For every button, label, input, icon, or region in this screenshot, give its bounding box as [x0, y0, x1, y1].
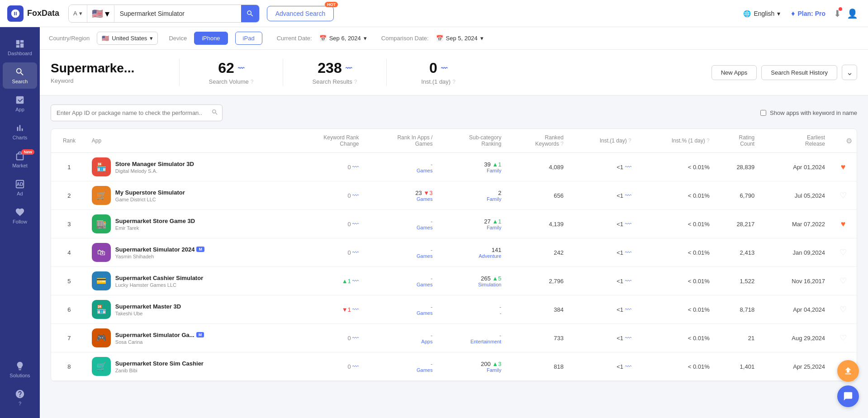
- download-button[interactable]: ⬇: [831, 5, 844, 22]
- advanced-search-button[interactable]: HOT Advanced Search: [267, 6, 334, 21]
- trend-icon[interactable]: 〰: [352, 163, 359, 171]
- table-row: 4 🛍 Supermarket Simulator 2024 M Yasmin …: [51, 238, 857, 267]
- app-search-button[interactable]: [208, 105, 222, 121]
- cell-rank-in-apps: -Apps: [363, 324, 437, 352]
- sidebar-item-follow[interactable]: Follow: [3, 203, 37, 229]
- table-header-row: Rank App Keyword RankChange Rank In Apps…: [51, 129, 857, 153]
- country-flag-button[interactable]: 🇺🇸 ▾: [87, 5, 114, 22]
- favorite-button[interactable]: ♡: [840, 276, 847, 286]
- chat-button[interactable]: [837, 385, 859, 407]
- divider-1: [179, 59, 180, 86]
- inst-day-col-info[interactable]: ?: [628, 138, 631, 144]
- search-volume-trend[interactable]: 〰: [238, 65, 244, 72]
- expand-button[interactable]: ⌄: [842, 65, 857, 80]
- table-row: 5 💳 Supermarket Cashier Simulator Lucky …: [51, 267, 857, 295]
- app-dev: Zanib Bibi: [115, 368, 204, 373]
- app-icon: 🏪: [92, 157, 111, 176]
- cell-inst-day: <1 〰: [568, 238, 636, 267]
- favorite-button[interactable]: ♡: [840, 190, 847, 200]
- inst-trend[interactable]: 〰: [625, 334, 631, 342]
- inst-trend[interactable]: 〰: [625, 363, 631, 370]
- search-bar: A ▾ 🇺🇸 ▾: [68, 5, 260, 23]
- show-keyword-label: Show apps with keyword in name: [770, 109, 857, 116]
- search-type-chevron: ▾: [79, 10, 82, 17]
- cell-favorite[interactable]: ♡: [830, 238, 857, 267]
- comparison-date-label: Comparison Date:: [381, 35, 429, 42]
- current-date-select[interactable]: 📅 Sep 6, 2024 ▾: [319, 35, 367, 42]
- sidebar-item-charts[interactable]: Charts: [3, 119, 37, 145]
- search-results-block: 238 〰 Search Results ?: [294, 60, 375, 85]
- sidebar-item-market[interactable]: Market New: [3, 147, 37, 173]
- sidebar-label-solutions: Solutions: [9, 373, 30, 378]
- ranked-keywords-info[interactable]: ?: [560, 141, 564, 147]
- new-apps-button[interactable]: New Apps: [711, 65, 757, 80]
- trend-icon[interactable]: 〰: [352, 249, 359, 256]
- inst-pct-info[interactable]: ?: [707, 138, 710, 144]
- show-keyword-checkbox-row[interactable]: Show apps with keyword in name: [760, 109, 857, 116]
- table-row: 1 🏪 Store Manager Simulator 3D Digital M…: [51, 153, 857, 181]
- cell-rank-in-apps: -Games: [363, 295, 437, 324]
- inst-trend[interactable]: 〰: [625, 220, 631, 228]
- favorite-button[interactable]: ♡: [840, 304, 847, 314]
- sidebar-item-search[interactable]: Search: [3, 62, 37, 89]
- sidebar-item-app[interactable]: App: [3, 90, 37, 117]
- favorite-button[interactable]: ♥: [841, 162, 846, 172]
- sidebar-item-ad[interactable]: AD Ad: [3, 175, 37, 201]
- chat-fab[interactable]: [837, 385, 859, 407]
- search-go-button[interactable]: [241, 5, 259, 22]
- cell-favorite[interactable]: ♥: [830, 153, 857, 181]
- inst-trend[interactable]: 〰: [625, 277, 631, 285]
- advanced-search-label: Advanced Search: [275, 10, 326, 17]
- trend-icon[interactable]: 〰: [352, 192, 359, 199]
- favorite-button[interactable]: ♥: [841, 219, 846, 229]
- cell-favorite[interactable]: ♥: [830, 210, 857, 238]
- favorite-button[interactable]: ♡: [840, 247, 847, 257]
- plan-button[interactable]: ♦ Plan: Pro: [786, 7, 831, 20]
- inst-trend[interactable]: 〰: [625, 249, 631, 256]
- trend-icon[interactable]: 〰: [352, 363, 359, 370]
- cell-favorite[interactable]: ♡: [830, 181, 857, 210]
- cell-favorite[interactable]: ♡: [830, 324, 857, 352]
- inst-trend[interactable]: 〰: [625, 306, 631, 313]
- favorite-button[interactable]: ♡: [840, 333, 847, 343]
- app-search-input[interactable]: [51, 106, 208, 120]
- app-icon: 🛍: [92, 243, 111, 262]
- app-name: Supermarket Store Game 3D: [115, 218, 195, 224]
- comparison-date-select[interactable]: 📅 Sep 5, 2024 ▾: [436, 35, 484, 42]
- language-button[interactable]: 🌐 English ▾: [738, 7, 786, 20]
- upload-button[interactable]: [837, 360, 859, 382]
- trend-icon[interactable]: 〰: [352, 277, 359, 285]
- search-volume-info[interactable]: ?: [251, 79, 254, 85]
- country-select[interactable]: 🇺🇸 United States ▾: [97, 32, 158, 45]
- trend-icon[interactable]: 〰: [352, 334, 359, 342]
- inst-trend[interactable]: 〰: [625, 192, 631, 199]
- current-date-chevron: ▾: [364, 35, 367, 42]
- inst-day-trend[interactable]: 〰: [441, 65, 447, 72]
- cell-favorite[interactable]: ♡: [830, 295, 857, 324]
- trend-icon[interactable]: 〰: [352, 306, 359, 313]
- cell-favorite[interactable]: ♡: [830, 267, 857, 295]
- sidebar-item-dashboard[interactable]: Dashboard: [3, 34, 37, 61]
- app-dev: Game District LLC: [115, 197, 185, 202]
- search-results-label: Search Results ?: [313, 78, 357, 85]
- show-keyword-checkbox[interactable]: [760, 110, 766, 116]
- inst-trend[interactable]: 〰: [625, 163, 631, 171]
- search-results-trend[interactable]: 〰: [346, 65, 352, 72]
- cell-rank-change: 0 〰: [289, 210, 363, 238]
- iphone-button[interactable]: iPhone: [194, 32, 228, 45]
- col-settings[interactable]: ⚙: [830, 129, 857, 153]
- upload-fab[interactable]: [837, 360, 859, 382]
- sidebar-item-help[interactable]: ?: [3, 385, 37, 411]
- trend-icon[interactable]: 〰: [352, 220, 359, 228]
- user-avatar-button[interactable]: 👤: [844, 5, 861, 22]
- search-type-button[interactable]: A ▾: [69, 5, 87, 22]
- main-search-input[interactable]: [114, 5, 241, 22]
- device-label: Device: [169, 35, 187, 42]
- search-results-info[interactable]: ?: [354, 79, 357, 85]
- cell-rank: 7: [51, 324, 87, 352]
- sidebar-item-solutions[interactable]: Solutions: [3, 356, 37, 383]
- ipad-button[interactable]: iPad: [235, 32, 262, 45]
- inst-day-info[interactable]: ?: [452, 79, 455, 85]
- cell-inst-day: <1 〰: [568, 181, 636, 210]
- search-result-history-button[interactable]: Search Result History: [761, 65, 837, 80]
